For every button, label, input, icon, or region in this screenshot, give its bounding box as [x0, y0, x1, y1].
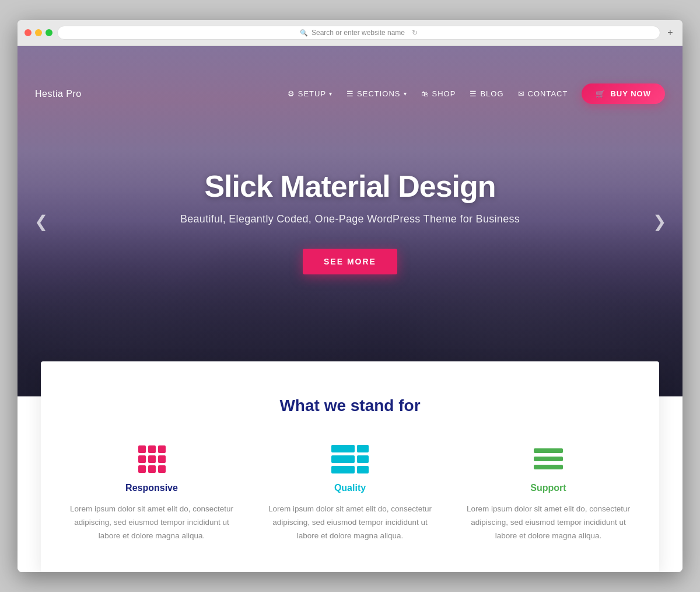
feature-item-support: Support Lorem ipsum dolor sit amet elit …	[461, 444, 636, 543]
traffic-lights	[24, 29, 52, 36]
grid-icon	[138, 445, 166, 473]
feature-desc-quality: Lorem ipsum dolor sit amet elit do, cons…	[268, 503, 432, 543]
address-text: Search or enter website name	[312, 29, 405, 37]
browser-chrome: 🔍 Search or enter website name ↻ +	[18, 20, 682, 46]
features-section: What we stand for	[41, 361, 659, 572]
feature-desc-responsive: Lorem ipsum dolor sit amet elit do, cons…	[70, 503, 233, 543]
feature-desc-support: Lorem ipsum dolor sit amet elit do, cons…	[467, 503, 630, 543]
hero-title: Slick Material Design	[180, 169, 520, 204]
page-wrapper: Hestia Pro ⚙ SETUP ▾ ☰ SECTIONS ▾ 🛍 SHO	[18, 46, 682, 572]
see-more-button[interactable]: SEE MORE	[303, 249, 397, 274]
maximize-button[interactable]	[46, 29, 52, 36]
carousel-next-button[interactable]: ❯	[648, 210, 671, 233]
feature-name-support: Support	[530, 483, 566, 493]
nav-brand[interactable]: Hestia Pro	[35, 89, 82, 99]
hero-content: Slick Material Design Beautiful, Elegant…	[169, 169, 531, 274]
nav-label-contact: CONTACT	[528, 89, 568, 98]
support-icon	[531, 444, 566, 473]
cart-icon: 🛒	[596, 89, 606, 98]
table-icon	[331, 445, 369, 473]
carousel-prev-button[interactable]: ❮	[29, 210, 52, 233]
nav-link-shop[interactable]: 🛍 SHOP	[421, 89, 456, 98]
minimize-button[interactable]	[35, 29, 42, 36]
nav-link-blog[interactable]: ☰ BLOG	[470, 89, 503, 98]
shop-icon: 🛍	[421, 89, 429, 98]
chevron-down-icon: ▾	[329, 90, 332, 97]
features-grid: Responsive Lorem ipsum dolor sit amet el…	[64, 444, 636, 543]
chevron-down-icon-2: ▾	[404, 90, 407, 97]
chevron-right-icon: ❯	[653, 212, 666, 231]
buy-now-label: BUY NOW	[610, 89, 651, 98]
feature-item-quality: Quality Lorem ipsum dolor sit amet elit …	[262, 444, 438, 543]
search-icon: 🔍	[300, 29, 308, 37]
feature-item-responsive: Responsive Lorem ipsum dolor sit amet el…	[64, 444, 239, 543]
nav-label-setup: SETUP	[298, 89, 326, 98]
address-bar[interactable]: 🔍 Search or enter website name ↻	[57, 26, 660, 40]
feature-name-quality: Quality	[334, 483, 366, 493]
nav-links: ⚙ SETUP ▾ ☰ SECTIONS ▾ 🛍 SHOP ☰	[288, 83, 665, 104]
nav-link-setup[interactable]: ⚙ SETUP ▾	[288, 89, 332, 98]
buy-now-button[interactable]: 🛒 BUY NOW	[582, 83, 665, 104]
nav-link-contact[interactable]: ✉ CONTACT	[518, 89, 568, 98]
nav-label-shop: SHOP	[432, 89, 456, 98]
features-title: What we stand for	[64, 396, 636, 415]
navbar: Hestia Pro ⚙ SETUP ▾ ☰ SECTIONS ▾ 🛍 SHO	[18, 72, 682, 116]
close-button[interactable]	[24, 29, 32, 36]
responsive-icon	[134, 444, 169, 473]
contact-icon: ✉	[518, 89, 525, 98]
chevron-left-icon: ❮	[34, 212, 48, 231]
hero-subtitle: Beautiful, Elegantly Coded, One-Page Wor…	[180, 213, 520, 225]
nav-link-sections[interactable]: ☰ SECTIONS ▾	[346, 89, 407, 98]
website-content: Hestia Pro ⚙ SETUP ▾ ☰ SECTIONS ▾ 🛍 SHO	[18, 46, 682, 572]
blog-icon: ☰	[470, 89, 477, 98]
sections-icon: ☰	[346, 89, 354, 98]
setup-icon: ⚙	[288, 89, 295, 98]
refresh-icon: ↻	[412, 29, 418, 37]
lines-icon	[534, 448, 563, 469]
new-tab-button[interactable]: +	[665, 27, 676, 38]
nav-label-sections: SECTIONS	[357, 89, 400, 98]
nav-label-blog: BLOG	[480, 89, 503, 98]
quality-icon	[332, 444, 368, 473]
feature-name-responsive: Responsive	[125, 483, 178, 493]
browser-window: 🔍 Search or enter website name ↻ + Hesti…	[18, 20, 682, 572]
